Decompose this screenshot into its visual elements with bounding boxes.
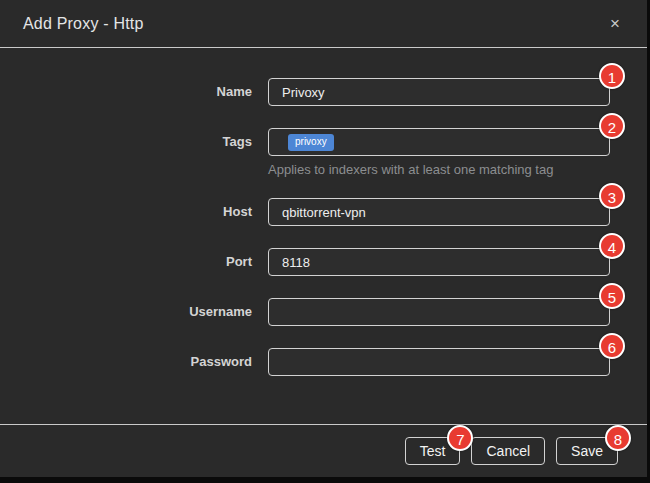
- tags-input[interactable]: privoxy: [268, 128, 610, 156]
- username-input[interactable]: [268, 298, 610, 326]
- host-row: Host 3: [0, 198, 647, 226]
- annotation-badge-4: 4: [599, 233, 625, 259]
- name-label: Name: [0, 78, 252, 106]
- annotation-badge-5: 5: [599, 283, 625, 309]
- modal-header: Add Proxy - Http ×: [0, 0, 647, 48]
- cancel-button[interactable]: Cancel: [471, 437, 545, 465]
- add-proxy-modal: Add Proxy - Http × Name 1 Tags privoxy 2…: [0, 0, 647, 477]
- port-label: Port: [0, 248, 252, 276]
- annotation-badge-6: 6: [599, 333, 625, 359]
- host-control: 3: [268, 198, 610, 226]
- modal-body: Name 1 Tags privoxy 2 Applies to indexer…: [0, 48, 647, 376]
- password-control: 6: [268, 348, 610, 376]
- port-row: Port 4: [0, 248, 647, 276]
- username-label: Username: [0, 298, 252, 326]
- username-control: 5: [268, 298, 610, 326]
- name-control: 1: [268, 78, 610, 106]
- modal-footer: Test 7 Cancel Save 8: [0, 424, 647, 477]
- password-row: Password 6: [0, 348, 647, 376]
- name-row: Name 1: [0, 78, 647, 106]
- password-label: Password: [0, 348, 252, 376]
- annotation-badge-8: 8: [605, 425, 631, 451]
- tags-row: Tags privoxy 2 Applies to indexers with …: [0, 128, 647, 178]
- test-button[interactable]: Test 7: [405, 437, 461, 465]
- annotation-badge-1: 1: [599, 63, 625, 89]
- host-input[interactable]: [268, 198, 610, 226]
- save-button[interactable]: Save 8: [556, 437, 618, 465]
- modal-title: Add Proxy - Http: [23, 15, 144, 33]
- name-input[interactable]: [268, 78, 610, 106]
- username-row: Username 5: [0, 298, 647, 326]
- port-control: 4: [268, 248, 610, 276]
- test-button-label: Test: [420, 443, 446, 459]
- port-input[interactable]: [268, 248, 610, 276]
- annotation-badge-3: 3: [599, 183, 625, 209]
- tags-helper-text: Applies to indexers with at least one ma…: [268, 162, 610, 178]
- save-button-label: Save: [571, 443, 603, 459]
- tags-label: Tags: [0, 128, 252, 178]
- annotation-badge-2: 2: [599, 113, 625, 139]
- cancel-button-label: Cancel: [486, 443, 530, 459]
- tags-control: privoxy 2 Applies to indexers with at le…: [268, 128, 610, 178]
- tag-chip[interactable]: privoxy: [288, 134, 334, 151]
- close-icon[interactable]: ×: [606, 13, 624, 34]
- annotation-badge-7: 7: [447, 425, 473, 451]
- host-label: Host: [0, 198, 252, 226]
- password-input[interactable]: [268, 348, 610, 376]
